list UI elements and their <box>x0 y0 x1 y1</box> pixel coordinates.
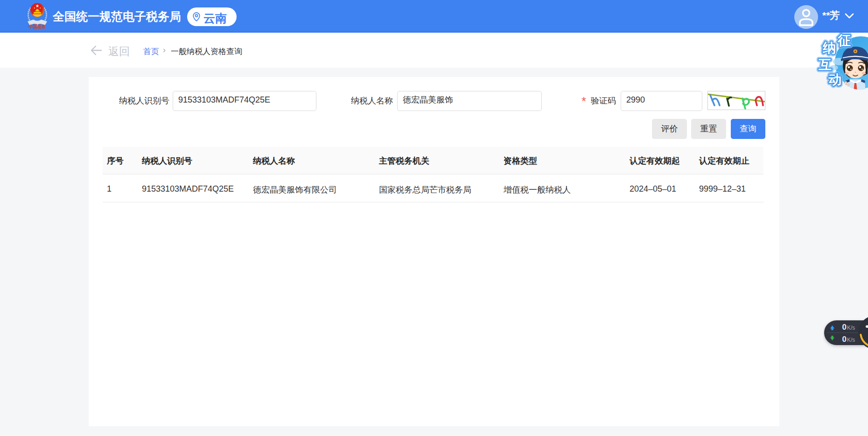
svg-text:K/s: K/s <box>847 325 855 331</box>
svg-text:互: 互 <box>818 57 832 72</box>
svg-text:0: 0 <box>842 323 847 332</box>
svg-text:中国税务: 中国税务 <box>29 24 46 29</box>
svg-text:K/s: K/s <box>847 337 855 343</box>
svg-text:0: 0 <box>842 335 847 344</box>
svg-text:纳: 纳 <box>822 41 836 55</box>
svg-text:动: 动 <box>828 72 841 87</box>
svg-text:征: 征 <box>837 33 851 48</box>
